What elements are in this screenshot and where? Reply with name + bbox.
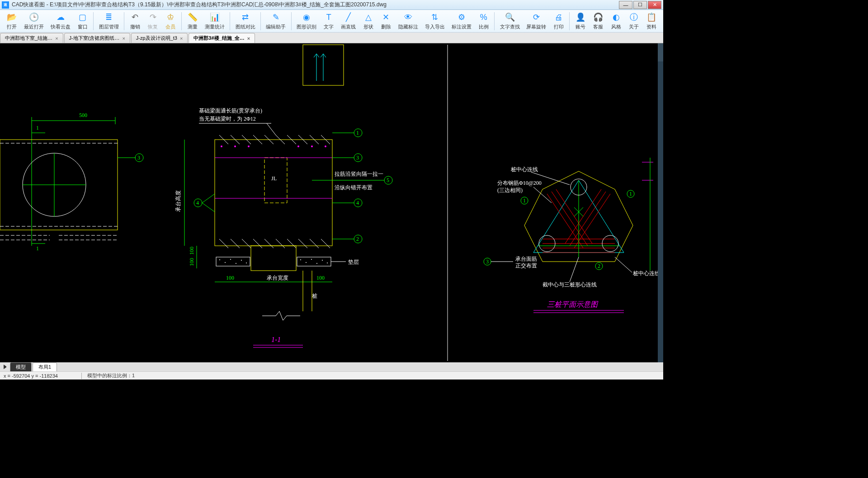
drawing-canvas[interactable]: 500 1 1 3 bbox=[0, 43, 663, 362]
svg-text:1-1: 1-1 bbox=[271, 336, 281, 343]
svg-text:1: 1 bbox=[36, 125, 39, 131]
window-button[interactable]: ▢窗口 bbox=[74, 11, 91, 31]
svg-text:1: 1 bbox=[356, 130, 359, 136]
svg-text:正交布置: 正交布置 bbox=[515, 262, 537, 269]
hide-button[interactable]: 👁隐藏标注 bbox=[395, 11, 422, 31]
data-icon: 📋 bbox=[646, 12, 657, 23]
compare-button[interactable]: ⇄图纸对比 bbox=[232, 11, 259, 31]
recent-button[interactable]: 🕒最近打开 bbox=[20, 11, 47, 31]
open-button[interactable]: 📂打开 bbox=[3, 11, 20, 31]
find-button[interactable]: 🔍文字查找 bbox=[496, 11, 523, 31]
doc-tab-1[interactable]: J-地下室(含裙房图纸…× bbox=[64, 33, 130, 43]
stat-button[interactable]: 📊测量统计 bbox=[201, 11, 228, 31]
minimize-button[interactable]: — bbox=[619, 1, 632, 9]
svg-text:承台高度: 承台高度 bbox=[175, 190, 181, 212]
rotate-button[interactable]: ⟳屏幕旋转 bbox=[523, 11, 550, 31]
layer-button[interactable]: ≣图层管理 bbox=[95, 11, 122, 31]
io-button[interactable]: ⇅导入导出 bbox=[421, 11, 448, 31]
svg-text:承台面筋: 承台面筋 bbox=[515, 256, 537, 262]
shape-button[interactable]: △形状 bbox=[359, 11, 377, 31]
maximize-button[interactable]: ☐ bbox=[633, 1, 647, 9]
svg-text:1: 1 bbox=[36, 245, 39, 252]
rotate-icon: ⟳ bbox=[531, 12, 542, 23]
svg-text:3: 3 bbox=[486, 258, 489, 265]
helper-button[interactable]: ✎编辑助手 bbox=[263, 11, 289, 31]
service-button[interactable]: 🎧客服 bbox=[590, 11, 607, 31]
svg-text:3: 3 bbox=[356, 155, 359, 161]
recog-icon: ◉ bbox=[301, 12, 312, 23]
style-button[interactable]: ◐风格 bbox=[607, 11, 625, 31]
svg-text:100: 100 bbox=[226, 275, 234, 281]
svg-text:2: 2 bbox=[598, 263, 600, 269]
svg-text:(三边相同): (三边相同) bbox=[497, 187, 523, 193]
svg-line-123 bbox=[552, 192, 588, 246]
delete-button[interactable]: ✕删除 bbox=[377, 11, 395, 31]
helper-icon: ✎ bbox=[270, 12, 281, 23]
svg-line-149 bbox=[570, 257, 579, 282]
svg-line-42 bbox=[242, 239, 251, 248]
cloud-button[interactable]: ☁快看云盘 bbox=[47, 11, 74, 31]
tab-close-icon[interactable]: × bbox=[247, 36, 250, 41]
layout-tabbar: 模型 布局1 bbox=[0, 362, 663, 371]
svg-text:当无基础梁时，为 2Φ12: 当无基础梁时，为 2Φ12 bbox=[199, 116, 256, 122]
tab-close-icon[interactable]: × bbox=[55, 36, 58, 41]
close-button[interactable]: ✕ bbox=[648, 1, 661, 9]
measure-icon: 📏 bbox=[187, 12, 198, 23]
redo-button[interactable]: ↷恢复 bbox=[144, 11, 161, 31]
svg-text:桩中心连线: 桩中心连线 bbox=[632, 270, 660, 276]
svg-point-86 bbox=[219, 259, 220, 260]
scale-icon: % bbox=[478, 12, 489, 23]
tab-nav-icon[interactable] bbox=[4, 365, 8, 369]
undo-button[interactable]: ↶撤销 bbox=[126, 11, 144, 31]
layer-icon: ≣ bbox=[104, 12, 114, 23]
svg-point-88 bbox=[230, 259, 231, 260]
scale-button[interactable]: %比例 bbox=[475, 11, 492, 31]
tab-close-icon[interactable]: × bbox=[180, 36, 183, 41]
io-icon: ⇅ bbox=[429, 12, 440, 23]
about-button[interactable]: ⓘ关于 bbox=[625, 11, 642, 31]
stat-icon: 📊 bbox=[209, 12, 220, 23]
svg-text:基础梁面通长筋(贯穿承台): 基础梁面通长筋(贯穿承台) bbox=[199, 108, 262, 114]
window-icon: ▢ bbox=[77, 12, 88, 23]
annoset-button[interactable]: ⚙标注设置 bbox=[448, 11, 475, 31]
svg-text:4: 4 bbox=[356, 200, 359, 206]
right-panel bbox=[658, 43, 663, 362]
app-window: 速 CAD快速看图 - E:\项目文件\中洲郡审查合格结构T3（9.15最新）\… bbox=[0, 0, 663, 380]
svg-line-65 bbox=[202, 203, 215, 212]
data-button[interactable]: 📋资料 bbox=[643, 11, 660, 31]
text-button[interactable]: T文字 bbox=[320, 11, 337, 31]
toolbar: 📂打开🕒最近打开☁快看云盘▢窗口≣图层管理↶撤销↷恢复♔会员📏测量📊测量统计⇄图… bbox=[0, 10, 663, 33]
svg-text:拉筋沿竖向隔一拉一: 拉筋沿竖向隔一拉一 bbox=[335, 171, 383, 177]
svg-point-95 bbox=[316, 263, 317, 264]
line-button[interactable]: ╱画直线 bbox=[338, 11, 359, 31]
tab-close-icon[interactable]: × bbox=[122, 36, 125, 41]
svg-point-54 bbox=[221, 145, 222, 147]
svg-point-92 bbox=[300, 259, 301, 260]
svg-text:JL: JL bbox=[271, 175, 277, 182]
account-button[interactable]: 👤账号 bbox=[571, 11, 589, 31]
titlebar: 速 CAD快速看图 - E:\项目文件\中洲郡审查合格结构T3（9.15最新）\… bbox=[0, 0, 663, 10]
layout-tab[interactable]: 布局1 bbox=[33, 362, 57, 372]
vip-button[interactable]: ♔会员 bbox=[162, 11, 179, 31]
recog-button[interactable]: ◉图形识别 bbox=[293, 11, 320, 31]
doc-tab-0[interactable]: 中洲郡地下室_结施…× bbox=[0, 33, 63, 43]
svg-point-90 bbox=[241, 260, 242, 261]
svg-text:截中心与三桩形心连线: 截中心与三桩形心连线 bbox=[542, 281, 597, 288]
svg-point-87 bbox=[225, 262, 226, 263]
measure-button[interactable]: 📏测量 bbox=[184, 11, 201, 31]
doc-tab-3[interactable]: 中洲郡3#楼_结施_全…× bbox=[189, 33, 255, 43]
model-tab[interactable]: 模型 bbox=[10, 362, 32, 372]
svg-text:桩中心连线: 桩中心连线 bbox=[510, 166, 538, 173]
svg-rect-83 bbox=[251, 246, 296, 271]
undo-icon: ↶ bbox=[130, 12, 141, 23]
svg-text:1: 1 bbox=[629, 191, 632, 197]
svg-point-96 bbox=[322, 260, 323, 261]
svg-point-91 bbox=[246, 262, 247, 263]
panel-item[interactable] bbox=[658, 43, 663, 61]
svg-line-147 bbox=[615, 257, 632, 272]
annoset-icon: ⚙ bbox=[456, 12, 467, 23]
svg-point-58 bbox=[311, 145, 313, 147]
line-icon: ╱ bbox=[343, 12, 354, 23]
doc-tab-2[interactable]: J-zp及设计说明_t3× bbox=[131, 33, 188, 43]
print-button[interactable]: 🖨打印 bbox=[550, 11, 567, 31]
